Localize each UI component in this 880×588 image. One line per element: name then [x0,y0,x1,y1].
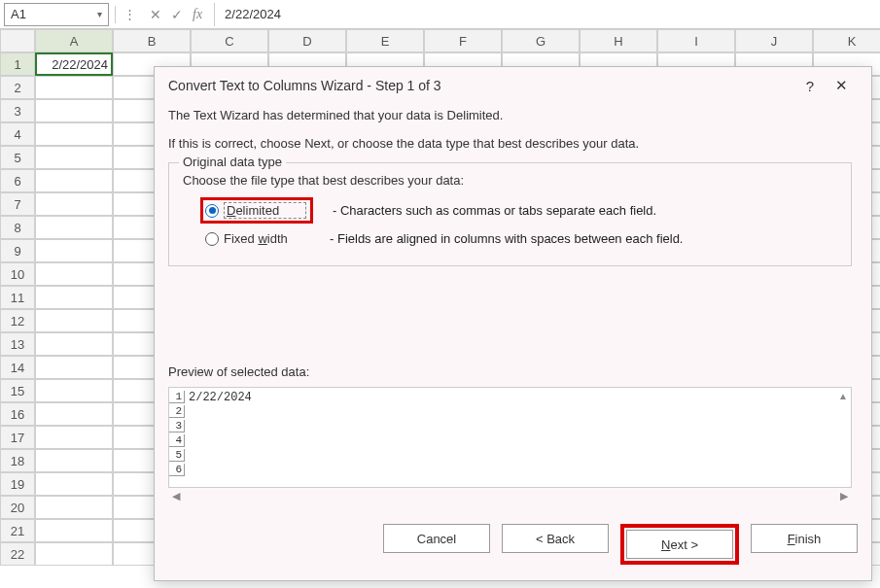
preview-row: 6 [169,463,851,477]
radio-fixed-desc: - Fields are aligned in columns with spa… [330,231,683,246]
divider [115,6,116,23]
cell[interactable] [35,426,113,449]
row-header-5[interactable]: 5 [0,146,35,169]
cell[interactable] [35,542,113,566]
dialog-title: Convert Text to Columns Wizard - Step 1 … [168,78,794,93]
col-header-E[interactable]: E [346,29,424,52]
col-header-F[interactable]: F [424,29,502,52]
close-icon[interactable]: ✕ [826,73,858,98]
cell[interactable] [35,99,113,122]
col-header-I[interactable]: I [657,29,735,52]
col-header-B[interactable]: B [113,29,191,52]
preview-label: Preview of selected data: [168,355,852,379]
name-box[interactable]: A1 ▾ [4,3,109,26]
delimited-highlight: Delimited [200,197,313,224]
finish-button[interactable]: Finish [751,524,858,553]
radio-fixed-width[interactable] [205,232,219,246]
cell[interactable] [35,496,113,519]
dialog-description-1: The Text Wizard has determined that your… [168,108,852,122]
row-header-18[interactable]: 18 [0,449,35,472]
row-header-19[interactable]: 19 [0,472,35,496]
cell[interactable] [35,76,113,99]
cell[interactable] [35,356,113,379]
formula-input[interactable]: 2/22/2024 [214,3,876,26]
col-header-H[interactable]: H [580,29,657,52]
chevron-down-icon[interactable]: ▾ [97,9,102,19]
cell[interactable] [35,262,113,286]
scroll-up-icon[interactable]: ▲ [838,391,848,401]
radio-delimited-label: Delimited [224,202,306,219]
col-header-K[interactable]: K [813,29,880,52]
cell[interactable] [35,192,113,216]
dialog-description-2: If this is correct, choose Next, or choo… [168,136,852,151]
cell[interactable] [35,169,113,192]
preview-row: 12/22/2024 [169,390,851,404]
preview-row: 4 [169,433,851,448]
scroll-right-icon[interactable]: ▶ [840,490,848,502]
row-header-3[interactable]: 3 [0,99,35,122]
next-button-highlight: Next > [620,524,739,565]
row-header-11[interactable]: 11 [0,286,35,309]
col-header-J[interactable]: J [735,29,813,52]
fieldset-instruction: Choose the file type that best describes… [183,173,837,188]
back-button[interactable]: < Back [502,524,609,553]
row-header-22[interactable]: 22 [0,542,35,566]
row-header-13[interactable]: 13 [0,332,35,356]
cell[interactable] [35,122,113,146]
cell[interactable] [35,379,113,402]
help-icon[interactable]: ? [794,74,826,98]
three-dot-icon[interactable]: ⋮ [122,7,138,21]
cell[interactable] [35,472,113,496]
preview-row: 2 [169,404,851,419]
cell[interactable] [35,309,113,332]
select-all-corner[interactable] [0,29,35,52]
cell[interactable] [35,332,113,356]
preview-h-scroll: ◀ ▶ [168,488,852,504]
cell[interactable] [35,286,113,309]
dialog-titlebar: Convert Text to Columns Wizard - Step 1 … [155,67,871,104]
row-header-12[interactable]: 12 [0,309,35,332]
scroll-left-icon[interactable]: ◀ [172,490,180,502]
name-box-value: A1 [11,7,26,21]
fx-icon[interactable]: fx [193,7,202,22]
cancel-button[interactable]: Cancel [383,524,490,553]
row-header-20[interactable]: 20 [0,496,35,519]
row-header-8[interactable]: 8 [0,216,35,239]
radio-delimited[interactable] [205,204,219,218]
row-header-21[interactable]: 21 [0,519,35,542]
radio-fixed-label: Fixed width [224,231,306,246]
cell[interactable] [35,449,113,472]
next-button[interactable]: Next > [626,530,733,559]
cell[interactable] [35,146,113,169]
original-data-type-fieldset: Original data type Choose the file type … [168,162,852,266]
cell[interactable] [35,216,113,239]
row-header-10[interactable]: 10 [0,262,35,286]
preview-row: 5 [169,448,851,463]
row-header-14[interactable]: 14 [0,356,35,379]
row-header-17[interactable]: 17 [0,426,35,449]
col-header-A[interactable]: A [35,29,113,52]
radio-row-delimited[interactable]: Delimited - Characters such as commas or… [183,197,837,224]
cancel-icon[interactable]: ✕ [150,7,161,22]
row-header-16[interactable]: 16 [0,402,35,426]
row-header-7[interactable]: 7 [0,192,35,216]
row-header-9[interactable]: 9 [0,239,35,262]
cell[interactable] [35,239,113,262]
row-header-2[interactable]: 2 [0,76,35,99]
col-header-G[interactable]: G [502,29,580,52]
cell-A1[interactable]: 2/22/2024 [35,52,113,76]
radio-row-fixed[interactable]: Fixed width - Fields are aligned in colu… [183,229,837,248]
dialog-body: The Text Wizard has determined that your… [155,104,871,512]
row-header-15[interactable]: 15 [0,379,35,402]
col-header-C[interactable]: C [191,29,268,52]
row-header-1[interactable]: 1 [0,52,35,76]
fieldset-legend: Original data type [179,155,286,169]
row-header-4[interactable]: 4 [0,122,35,146]
formula-icons: ✕ ✓ fx [142,7,210,22]
col-header-D[interactable]: D [268,29,346,52]
row-header-6[interactable]: 6 [0,169,35,192]
cell[interactable] [35,402,113,426]
cell[interactable] [35,519,113,542]
accept-icon[interactable]: ✓ [171,7,183,22]
formula-value: 2/22/2024 [225,7,281,21]
